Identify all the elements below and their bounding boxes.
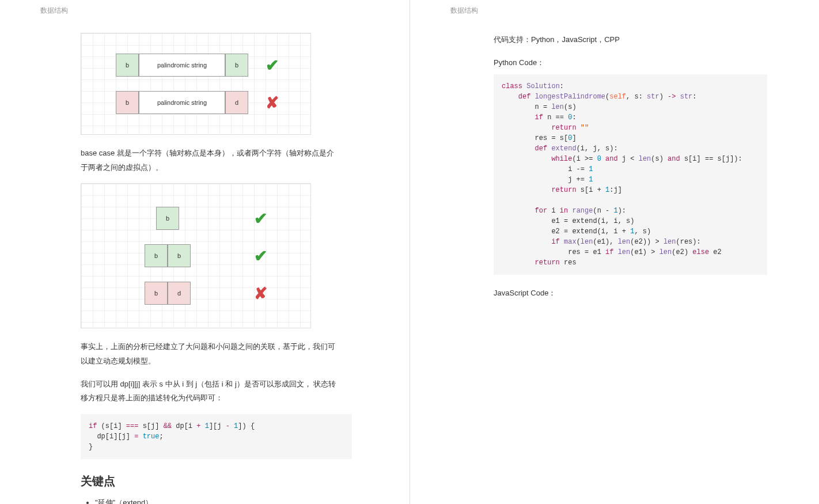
page-right: 数据结构 代码支持：Python，JavaScript，CPP Python C…	[410, 0, 819, 504]
heading-keypoints: 关键点	[81, 473, 352, 489]
check-icon: ✔	[254, 209, 267, 228]
cell-left: b	[116, 91, 139, 114]
page-left: 数据结构 b palindromic string b ✔ b palindro…	[0, 0, 410, 504]
cross-icon: ✘	[254, 284, 267, 303]
list-item: "延伸"（extend）	[95, 498, 352, 504]
code-python: class Solution: def longestPalindrome(se…	[494, 74, 767, 275]
cell-left: b	[116, 54, 139, 77]
python-label: Python Code：	[494, 56, 767, 70]
cell-pair-a: b	[145, 282, 168, 305]
cell-pair-b: b	[168, 244, 191, 267]
cell-right: d	[225, 91, 248, 114]
para-analysis: 事实上，上面的分析已经建立了大问题和小问题之间的关联，基于此，我们可以建立动态规…	[81, 340, 352, 368]
cell-mid: palindromic string	[139, 91, 225, 114]
code-dp: if (s[i] === s[j] && dp[i + 1][j - 1]) {…	[81, 414, 352, 459]
code-support: 代码支持：Python，JavaScript，CPP	[494, 33, 767, 47]
cell-mid: palindromic string	[139, 54, 225, 77]
header-left: 数据结构	[40, 6, 375, 16]
cell-single: b	[156, 207, 179, 230]
cell-right: b	[225, 54, 248, 77]
cell-pair-a: b	[145, 244, 168, 267]
cross-icon: ✘	[266, 93, 279, 112]
para-dp: 我们可以用 dp[i][j] 表示 s 中从 i 到 j（包括 i 和 j）是否…	[81, 377, 352, 406]
right-content: 代码支持：Python，JavaScript，CPP Python Code： …	[450, 33, 784, 301]
check-icon: ✔	[254, 247, 267, 266]
cell-pair-b: d	[168, 282, 191, 305]
javascript-label: JavaScript Code：	[494, 286, 767, 301]
diagram-valid-invalid: b palindromic string b ✔ b palindromic s…	[81, 33, 311, 135]
left-content: b palindromic string b ✔ b palindromic s…	[40, 33, 375, 504]
check-icon: ✔	[266, 56, 279, 75]
para-basecase: base case 就是一个字符（轴对称点是本身），或者两个字符（轴对称点是介于…	[81, 146, 352, 175]
diagram-basecase: b ✔ b b ✔ b d ✘	[81, 183, 311, 328]
keypoints-list: "延伸"（extend）	[81, 498, 352, 504]
header-right: 数据结构	[450, 6, 784, 16]
